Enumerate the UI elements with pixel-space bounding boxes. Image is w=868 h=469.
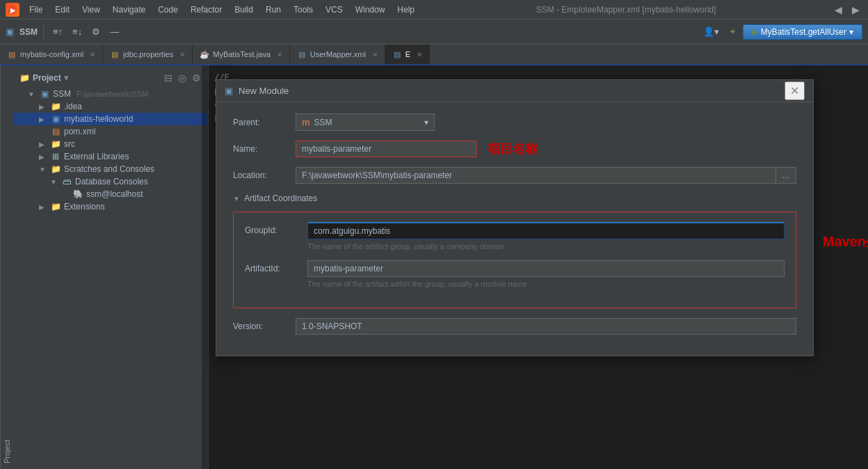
sidebar-toolbar: ⊟ ◎ ⚙ [163,71,202,85]
tree-item-label: Extensions [64,202,105,212]
dialog-body: Parent: m SSM ▾ Name: 项目名称 [216,102,813,356]
dropdown-arrow-icon: ▾ [849,27,853,37]
git-button[interactable]: ✦ [725,24,740,39]
tree-item-external-libraries[interactable]: ▶ ⊞ External Libraries [14,150,208,163]
dialog-title-text: New Module [239,86,289,96]
parent-row: Parent: m SSM ▾ [233,113,796,131]
menu-bar[interactable]: File Edit View Navigate Code Refactor Bu… [24,3,420,16]
parent-select-wrap: m SSM ▾ [296,113,796,131]
tree-item-src[interactable]: ▶ 📁 src [14,138,208,150]
version-input[interactable] [296,318,796,335]
new-module-dialog: ▣ New Module ✕ Parent: m SSM ▾ Name [216,79,814,356]
location-row: Location: … [233,167,796,184]
artifact-section-title: Artifact Coordinates [244,193,317,203]
collapse-arrow-icon: ▼ [233,195,240,202]
settings-button[interactable]: ⚙ [88,24,104,39]
name-input[interactable] [296,141,476,157]
expand-arrow-icon: ▼ [50,178,58,186]
module-icon: ▣ [225,86,233,96]
artifact-section-header[interactable]: ▼ Artifact Coordinates [233,193,796,203]
version-row: Version: [233,318,796,335]
run-icon: ▶ [752,27,758,37]
dialog-overlay: ▣ New Module ✕ Parent: m SSM ▾ Name [202,65,868,469]
tab-usermapper[interactable]: ▤ UserMapper.xml ✕ [290,45,385,64]
menu-tools[interactable]: Tools [288,3,319,16]
db-connection-icon: 🐘 [72,189,83,199]
tree-item-label: mybatis-helloworld [64,114,133,124]
location-input[interactable] [296,167,776,184]
menu-build[interactable]: Build [229,3,259,16]
expand-all-button[interactable]: ≡↓ [69,24,86,39]
tab-mybatistest[interactable]: ☕ MyBatisTest.java ✕ [193,45,290,64]
tree-item-label: pom.xml [64,127,95,136]
menu-navigate[interactable]: Navigate [107,3,151,16]
separator-1 [43,25,44,39]
location-field-wrap: … [296,167,796,184]
forward-button[interactable]: ▶ [849,3,862,17]
menu-window[interactable]: Window [350,3,391,16]
tree-item-idea[interactable]: ▶ 📁 .idea [14,100,208,113]
folder-icon: 📁 [19,73,30,83]
menu-refactor[interactable]: Refactor [185,3,227,16]
back-button[interactable]: ◀ [832,3,845,17]
tab-active[interactable]: ▤ E ✕ [385,45,430,64]
artifactid-hint: The name of the artifact within the grou… [307,280,785,288]
tree-item-label: Scratches and Consoles [64,164,154,174]
tree-item-db-consoles[interactable]: ▼ 🗃 Database Consoles [14,175,208,188]
parent-select[interactable]: m SSM ▾ [296,113,435,131]
tree-item-path: F:\javawebwork\SSM [77,90,148,98]
settings-icon[interactable]: ⚙ [191,71,202,85]
module-icon: ▣ [50,114,61,124]
tree-item-extensions[interactable]: ▶ 📁 Extensions [14,200,208,213]
sidebar-title: 📁 Project ▾ [19,73,68,83]
tree-item-label: ssm@localhost [86,189,143,199]
artifactid-input[interactable] [307,260,785,277]
tab-close-button[interactable]: ✕ [179,51,185,58]
groupid-input[interactable] [307,222,785,239]
profile-button[interactable]: 👤▾ [700,24,723,39]
menu-code[interactable]: Code [152,3,184,16]
minimize-button[interactable]: — [106,24,122,39]
tab-mybatis-config[interactable]: ▤ mybatis-config.xml ✕ [0,45,103,64]
menu-edit[interactable]: Edit [49,3,75,16]
groupid-label: GroupId: [245,222,307,235]
xml-icon: ▤ [50,127,61,136]
menu-help[interactable]: Help [392,3,420,16]
maven-annotation-label: Maven坐标 [823,232,868,251]
tab-close-button[interactable]: ✕ [372,51,378,58]
expand-arrow-icon: ▶ [39,141,47,148]
dialog-close-button[interactable]: ✕ [785,81,805,100]
window-title: SSM - EmploteeMapper.xml [mybatis-hellow… [420,5,832,15]
dialog-title: ▣ New Module [225,86,289,96]
sidebar-header: 📁 Project ▾ ⊟ ◎ ⚙ [14,68,208,88]
tree-item-scratches[interactable]: ▼ 📁 Scratches and Consoles [14,163,208,175]
expand-arrow-icon: ▼ [39,166,47,173]
run-config-button[interactable]: ▶ MyBatisTest.getAllUser ▾ [743,24,862,40]
menu-run[interactable]: Run [260,3,287,16]
tree-item-ssm[interactable]: ▼ ▣ SSM F:\javawebwork\SSM [14,88,208,100]
active-file-icon: ▤ [392,49,402,59]
menu-vcs[interactable]: VCS [320,3,348,16]
tab-jdbc-properties[interactable]: ▤ jdbc.properties ✕ [103,45,193,64]
tab-close-button[interactable]: ✕ [417,51,422,58]
collapse-icon[interactable]: ⊟ [163,71,174,85]
project-panel-label[interactable]: Project [0,65,14,469]
folder-icon: 📁 [50,139,61,149]
run-config-name: MyBatisTest.getAllUser [761,27,846,37]
tab-label: mybatis-config.xml [20,50,83,58]
collapse-all-button[interactable]: ≡↑ [49,24,66,39]
dropdown-arrow-icon: ▾ [64,73,68,83]
tree-item-pom[interactable]: ▶ ▤ pom.xml [14,125,208,138]
locate-icon[interactable]: ◎ [177,71,188,85]
menu-view[interactable]: View [77,3,106,16]
tab-close-button[interactable]: ✕ [277,51,282,58]
tab-label: MyBatisTest.java [213,50,271,58]
tab-close-button[interactable]: ✕ [90,51,95,58]
artifactid-field-wrap: The name of the artifact within the grou… [307,260,785,294]
tree-item-mybatis-helloworld[interactable]: ▶ ▣ mybatis-helloworld [14,113,208,125]
db-folder-icon: 🗃 [61,177,72,186]
menu-file[interactable]: File [24,3,48,16]
browse-button[interactable]: … [776,167,796,184]
tree-item-ssm-localhost[interactable]: ▶ 🐘 ssm@localhost [14,188,208,200]
svg-text:▶: ▶ [10,6,16,13]
